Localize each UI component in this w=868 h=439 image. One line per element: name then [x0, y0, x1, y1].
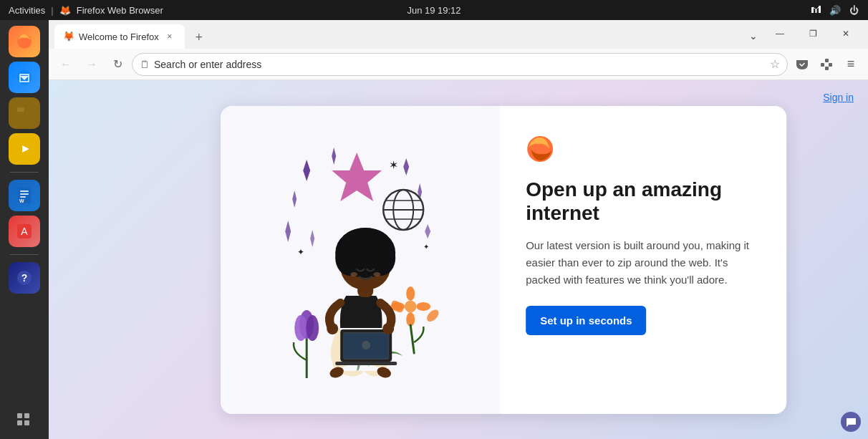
svg-text:✶: ✶: [389, 159, 398, 171]
svg-rect-24: [821, 63, 824, 67]
svg-point-64: [350, 272, 357, 276]
svg-point-47: [306, 315, 319, 341]
url-bar[interactable]: 🗒 Search or enter address ☆: [132, 53, 788, 76]
svg-rect-2: [819, 6, 821, 13]
tab-favicon: 🦊: [63, 31, 74, 42]
top-bar-separator: |: [51, 5, 53, 16]
menu-button[interactable]: ≡: [839, 53, 862, 76]
hamburger-icon: ≡: [847, 57, 855, 72]
power-icon[interactable]: ⏻: [848, 4, 859, 16]
svg-point-43: [405, 301, 416, 312]
dock-appstore[interactable]: A: [9, 216, 40, 247]
svg-point-57: [382, 323, 394, 334]
svg-rect-23: [24, 420, 29, 425]
svg-text:✦: ✦: [297, 247, 304, 257]
activities-label[interactable]: Activities: [9, 5, 45, 16]
firefox-logo: [526, 135, 761, 166]
maximize-button[interactable]: ❐: [796, 21, 829, 46]
forward-icon: →: [86, 58, 97, 71]
dock-writer[interactable]: W: [9, 180, 40, 211]
reload-icon: ↻: [113, 57, 122, 71]
extensions-button[interactable]: [815, 53, 838, 76]
bookmark-icon[interactable]: ☆: [770, 57, 780, 71]
svg-text:W: W: [19, 198, 24, 203]
nav-bar: ← → ↻ 🗒 Search or enter address ☆: [49, 49, 868, 80]
window-controls: — ❐ ✕: [763, 21, 862, 49]
dock-divider-1: [10, 172, 39, 173]
active-tab[interactable]: 🦊 Welcome to Firefox ×: [54, 24, 185, 49]
svg-rect-13: [20, 193, 29, 195]
browser-window: W A ?: [0, 20, 868, 439]
back-button[interactable]: ←: [54, 53, 77, 76]
svg-point-55: [362, 341, 370, 349]
url-text: Search or enter address: [154, 59, 766, 70]
browser-title-icon: 🦊: [59, 5, 71, 16]
svg-rect-22: [17, 420, 22, 425]
top-bar: Activities | 🦊 Firefox Web Browser Jun 1…: [0, 0, 868, 20]
pocket-button[interactable]: [791, 53, 814, 76]
tab-close-button[interactable]: ×: [163, 30, 176, 43]
dock-firefox[interactable]: [9, 26, 40, 57]
url-page-icon: 🗒: [140, 59, 150, 70]
tab-controls: ⌄: [743, 26, 763, 49]
close-button[interactable]: ✕: [829, 21, 862, 46]
tab-list-button[interactable]: ⌄: [743, 26, 763, 46]
svg-rect-8: [17, 107, 24, 112]
dock-grid[interactable]: [14, 410, 34, 433]
svg-point-63: [340, 228, 390, 259]
svg-line-44: [410, 325, 414, 353]
top-bar-datetime: Jun 19 19:12: [407, 5, 460, 16]
card-title: Open up an amazing internet: [526, 178, 761, 226]
reload-button[interactable]: ↻: [106, 53, 129, 76]
dock-files[interactable]: [9, 97, 40, 129]
svg-point-56: [327, 323, 338, 334]
svg-rect-21: [24, 413, 29, 418]
browser-content: 🦊 Welcome to Firefox × + ⌄ — ❐ ✕ ← →: [49, 20, 868, 439]
forward-button[interactable]: →: [80, 53, 103, 76]
svg-rect-0: [811, 7, 814, 13]
dock: W A ?: [0, 20, 49, 439]
svg-rect-1: [815, 9, 817, 13]
card-illustration: ✶ ✦ ✦: [221, 106, 500, 414]
tab-bar: 🦊 Welcome to Firefox × + ⌄ — ❐ ✕: [49, 20, 868, 49]
svg-rect-27: [825, 67, 829, 70]
svg-rect-26: [829, 63, 832, 67]
svg-line-4: [817, 7, 819, 9]
svg-point-46: [294, 315, 307, 341]
svg-rect-14: [20, 196, 26, 198]
back-icon: ←: [60, 58, 72, 71]
svg-text:✦: ✦: [423, 243, 429, 251]
tab-title: Welcome to Firefox: [79, 32, 159, 42]
svg-point-65: [373, 272, 380, 276]
new-tab-button[interactable]: +: [188, 26, 211, 49]
dock-thunderbird[interactable]: [9, 62, 40, 93]
nav-right-icons: ≡: [791, 53, 862, 76]
svg-point-40: [416, 302, 430, 311]
browser-main: Sign in: [49, 80, 868, 439]
sign-in-link[interactable]: Sign in: [823, 92, 854, 103]
network-icon[interactable]: [811, 4, 822, 16]
svg-text:?: ?: [21, 272, 28, 284]
volume-icon[interactable]: 🔊: [829, 4, 841, 16]
svg-rect-54: [335, 362, 397, 365]
svg-rect-20: [17, 413, 22, 418]
svg-rect-25: [825, 59, 829, 62]
top-bar-left: Activities | 🦊 Firefox Web Browser: [9, 5, 163, 16]
svg-text:A: A: [21, 226, 28, 237]
card-description: Our latest version is built around you, …: [526, 237, 761, 289]
minimize-button[interactable]: —: [763, 21, 796, 46]
welcome-card: ✶ ✦ ✦: [221, 106, 786, 414]
svg-rect-12: [20, 190, 29, 192]
card-content: Open up an amazing internet Our latest v…: [500, 106, 786, 414]
dock-divider-2: [10, 254, 39, 255]
chat-bubble[interactable]: [841, 412, 861, 432]
dock-help[interactable]: ?: [9, 262, 40, 294]
browser-title: Firefox Web Browser: [77, 5, 163, 16]
setup-button[interactable]: Set up in seconds: [526, 306, 646, 335]
dock-rhythmbox[interactable]: [9, 133, 40, 165]
top-bar-right: 🔊 ⏻: [811, 4, 859, 16]
svg-point-37: [406, 286, 415, 301]
